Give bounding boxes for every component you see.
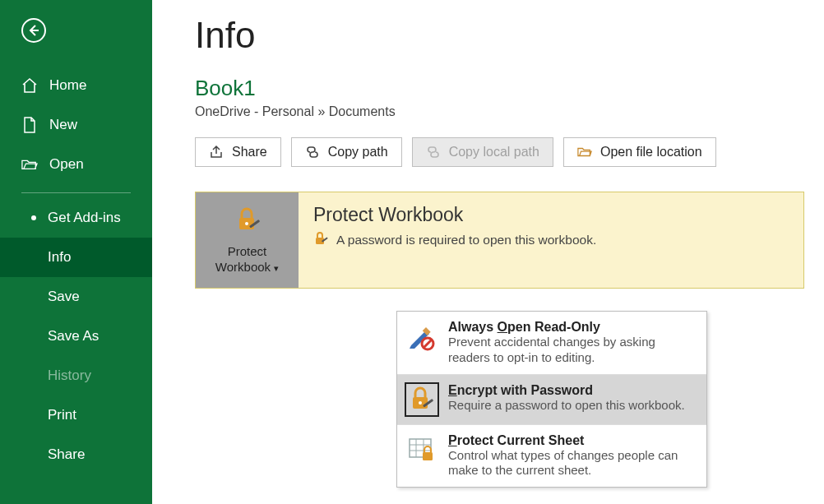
menu-item-open-readonly[interactable]: Always Open Read-Only Prevent accidental… (397, 312, 706, 374)
svg-point-10 (419, 401, 422, 405)
sidebar-item-label: Get Add-ins (48, 210, 121, 226)
tile-label: ProtectWorkbook▾ (215, 244, 279, 275)
menu-item-desc: Require a password to open this workbook… (448, 398, 685, 414)
open-icon (21, 156, 38, 173)
button-label: Copy path (328, 145, 388, 160)
new-indicator-icon (31, 215, 36, 220)
sidebar-item-home[interactable]: Home (0, 66, 152, 105)
readonly-icon (405, 320, 438, 353)
sheet-lock-icon (405, 433, 438, 466)
svg-line-8 (424, 340, 432, 348)
share-button[interactable]: Share (195, 137, 281, 167)
sidebar-item-label: Save (48, 289, 80, 305)
sidebar-item-label: Info (48, 249, 71, 266)
sidebar-item-label: Print (48, 407, 76, 423)
breadcrumb: OneDrive - Personal » Documents (195, 104, 804, 119)
sidebar-item-new[interactable]: New (0, 105, 152, 145)
protect-workbook-card: ProtectWorkbook▾ Protect Workbook A pass… (195, 192, 804, 289)
sidebar-item-label: History (48, 368, 91, 384)
sidebar-item-info[interactable]: Info (0, 238, 152, 277)
button-label: Share (232, 145, 267, 160)
share-icon (209, 145, 224, 160)
link-icon (426, 145, 441, 160)
protect-workbook-tile[interactable]: ProtectWorkbook▾ (196, 192, 299, 288)
sidebar-item-open[interactable]: Open (0, 145, 152, 184)
menu-item-encrypt-password[interactable]: Encrypt with Password Require a password… (397, 375, 706, 424)
main-content: Info Book1 OneDrive - Personal » Documen… (152, 0, 824, 504)
menu-item-protect-sheet[interactable]: Protect Current Sheet Control what types… (397, 425, 706, 488)
back-button[interactable] (21, 18, 46, 43)
menu-item-title: Encrypt with Password (448, 383, 685, 398)
lock-key-icon (233, 205, 262, 238)
sidebar-item-saveas[interactable]: Save As (0, 317, 152, 356)
sidebar-item-label: Open (49, 156, 84, 173)
new-icon (21, 117, 38, 133)
sidebar-item-label: New (49, 117, 77, 133)
open-file-location-button[interactable]: Open file location (563, 137, 716, 167)
folder-open-icon (577, 145, 592, 160)
menu-item-title: Protect Current Sheet (448, 433, 697, 448)
lock-key-icon (405, 383, 438, 416)
button-label: Open file location (600, 145, 702, 160)
sidebar-item-label: Share (48, 446, 85, 463)
page-title: Info (195, 15, 804, 56)
sidebar-item-print[interactable]: Print (0, 395, 152, 435)
document-title: Book1 (195, 76, 804, 101)
sidebar-item-history[interactable]: History (0, 356, 152, 395)
button-label: Copy local path (449, 145, 539, 160)
protect-message-text: A password is required to open this work… (336, 233, 596, 247)
protect-workbook-menu: Always Open Read-Only Prevent accidental… (396, 311, 707, 488)
home-icon (21, 77, 38, 94)
sidebar-item-addins[interactable]: Get Add-ins (0, 198, 152, 238)
sidebar-item-label: Home (49, 77, 86, 94)
link-icon (305, 145, 320, 160)
sidebar-nav: Home New Open Get Add-ins Info Save (0, 66, 152, 474)
svg-rect-17 (423, 452, 433, 460)
lock-small-icon (313, 231, 328, 249)
sidebar-item-share[interactable]: Share (0, 435, 152, 474)
protect-heading: Protect Workbook (313, 204, 596, 226)
menu-item-desc: Control what types of changes people can… (448, 448, 697, 479)
sidebar-item-save[interactable]: Save (0, 277, 152, 317)
menu-item-desc: Prevent accidental changes by asking rea… (448, 335, 697, 366)
copy-path-button[interactable]: Copy path (291, 137, 402, 167)
copy-local-path-button: Copy local path (412, 137, 553, 167)
back-arrow-icon (27, 24, 40, 37)
action-buttons: Share Copy path Copy local path Open fil… (195, 137, 804, 167)
sidebar-item-label: Save As (48, 328, 99, 344)
sidebar-divider (21, 192, 131, 193)
protect-workbook-body: Protect Workbook A password is required … (299, 192, 611, 288)
svg-point-2 (245, 222, 248, 225)
sidebar: Home New Open Get Add-ins Info Save (0, 0, 152, 504)
chevron-down-icon: ▾ (274, 263, 279, 273)
protect-message: A password is required to open this work… (313, 231, 596, 249)
menu-item-title: Always Open Read-Only (448, 320, 697, 335)
